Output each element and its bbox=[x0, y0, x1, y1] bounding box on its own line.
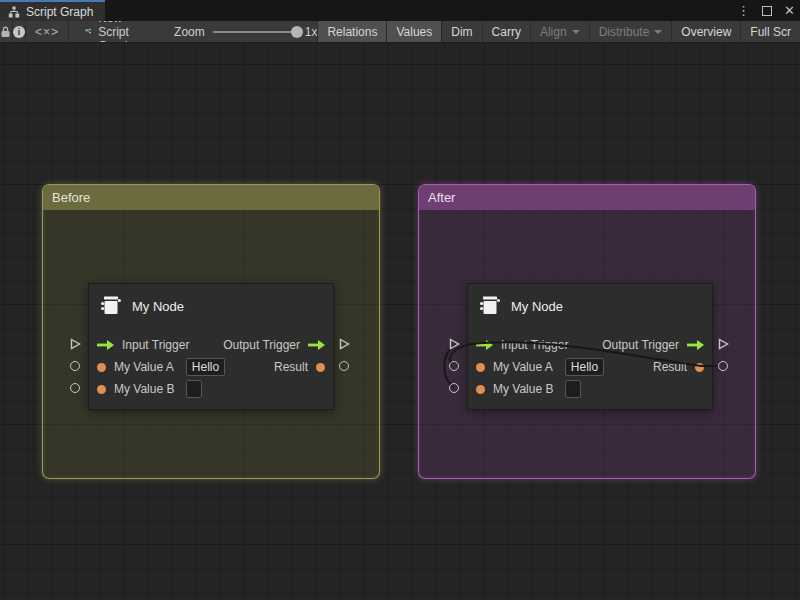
value-b-label: My Value B bbox=[493, 382, 553, 396]
flow-input-icon[interactable] bbox=[476, 340, 493, 350]
result-port-icon[interactable] bbox=[316, 363, 325, 372]
close-icon[interactable]: ✕ bbox=[784, 4, 795, 17]
chevron-down-icon bbox=[572, 30, 580, 34]
menu-icon[interactable]: ⋮ bbox=[737, 4, 750, 17]
group-after-label: After bbox=[428, 190, 455, 205]
ext-flow-input-port[interactable] bbox=[448, 338, 460, 350]
zoom-slider-handle[interactable] bbox=[291, 26, 303, 38]
input-trigger-label: Input Trigger bbox=[501, 338, 568, 352]
node-header[interactable]: My Node bbox=[468, 284, 712, 328]
graph-asset-icon bbox=[85, 25, 91, 38]
graph-title-area: New Script Graph bbox=[69, 21, 150, 42]
node-ports: Input Trigger Output Trigger My Value A … bbox=[89, 334, 333, 400]
tab-bar: Script Graph ⋮ ✕ bbox=[0, 0, 800, 21]
carry-toggle[interactable]: Carry bbox=[483, 21, 531, 42]
value-a-row: My Value A Hello Result bbox=[468, 356, 712, 378]
output-trigger-label: Output Trigger bbox=[223, 338, 300, 352]
trigger-row: Input Trigger Output Trigger bbox=[468, 334, 712, 356]
ext-value-b-port[interactable] bbox=[449, 383, 459, 393]
unit-node-icon bbox=[479, 294, 501, 318]
value-a-label: My Value A bbox=[114, 360, 174, 374]
graph-title: New Script Graph bbox=[98, 21, 140, 43]
zoom-label: Zoom bbox=[174, 25, 205, 39]
value-a-input[interactable]: Hello bbox=[565, 358, 604, 376]
ext-result-port[interactable] bbox=[339, 361, 349, 371]
value-a-label: My Value A bbox=[493, 360, 553, 374]
value-b-row: My Value B bbox=[468, 378, 712, 400]
node-ports: Input Trigger Output Trigger My Value A … bbox=[468, 334, 712, 400]
result-port-icon[interactable] bbox=[695, 363, 704, 372]
ext-flow-output-port[interactable] bbox=[338, 338, 350, 350]
zoom-value: 1x bbox=[305, 25, 318, 39]
node-header[interactable]: My Node bbox=[89, 284, 333, 328]
values-toggle[interactable]: Values bbox=[387, 21, 442, 42]
info-icon: i bbox=[13, 26, 25, 38]
node-title: My Node bbox=[511, 299, 563, 314]
value-port-icon[interactable] bbox=[476, 363, 485, 372]
chevron-down-icon bbox=[654, 30, 662, 34]
ext-value-a-port[interactable] bbox=[449, 361, 459, 371]
output-trigger-label: Output Trigger bbox=[602, 338, 679, 352]
value-port-icon[interactable] bbox=[97, 385, 106, 394]
relations-toggle[interactable]: Relations bbox=[317, 21, 387, 42]
group-before-label: Before bbox=[52, 190, 90, 205]
window-controls: ⋮ ✕ bbox=[737, 0, 795, 21]
code-preview-button[interactable]: <×> bbox=[26, 21, 69, 42]
lock-icon bbox=[0, 26, 11, 38]
group-before-header[interactable]: Before bbox=[43, 185, 379, 210]
value-port-icon[interactable] bbox=[476, 385, 485, 394]
carry-label: Carry bbox=[492, 25, 521, 39]
ext-flow-input-port[interactable] bbox=[69, 338, 81, 350]
group-after-header[interactable]: After bbox=[419, 185, 755, 210]
unit-node-icon bbox=[100, 294, 122, 318]
overview-label: Overview bbox=[681, 25, 731, 39]
dim-toggle[interactable]: Dim bbox=[442, 21, 482, 42]
values-label: Values bbox=[396, 25, 432, 39]
overview-button[interactable]: Overview bbox=[672, 21, 741, 42]
value-b-input[interactable] bbox=[565, 380, 581, 398]
distribute-dropdown[interactable]: Distribute bbox=[590, 21, 673, 42]
value-port-icon[interactable] bbox=[97, 363, 106, 372]
align-dropdown[interactable]: Align bbox=[531, 21, 590, 42]
node-my-node-after[interactable]: My Node Input Trigger Output Trigger bbox=[467, 283, 713, 410]
value-a-row: My Value A Hello Result bbox=[89, 356, 333, 378]
node-title: My Node bbox=[132, 299, 184, 314]
fullscreen-button[interactable]: Full Scr bbox=[741, 21, 800, 42]
ext-flow-output-port[interactable] bbox=[717, 338, 729, 350]
ext-value-b-port[interactable] bbox=[70, 383, 80, 393]
input-trigger-label: Input Trigger bbox=[122, 338, 189, 352]
graph-canvas[interactable]: Before After My Node bbox=[0, 43, 800, 600]
inspect-button[interactable]: i bbox=[13, 21, 26, 42]
value-b-row: My Value B bbox=[89, 378, 333, 400]
value-b-input[interactable] bbox=[186, 380, 202, 398]
code-icon: <×> bbox=[35, 25, 59, 39]
graph-toolbar: i <×> New Script Graph Zoom 1x Relations… bbox=[0, 21, 800, 43]
trigger-row: Input Trigger Output Trigger bbox=[89, 334, 333, 356]
distribute-label: Distribute bbox=[599, 25, 650, 39]
relations-label: Relations bbox=[327, 25, 377, 39]
ext-result-port[interactable] bbox=[718, 361, 728, 371]
value-a-input[interactable]: Hello bbox=[186, 358, 225, 376]
tab-label: Script Graph bbox=[26, 5, 93, 19]
value-b-label: My Value B bbox=[114, 382, 174, 396]
result-label: Result bbox=[653, 360, 687, 374]
zoom-control: Zoom 1x bbox=[150, 21, 317, 42]
node-my-node-before[interactable]: My Node Input Trigger Output Trigger bbox=[88, 283, 334, 410]
flow-output-icon[interactable] bbox=[308, 340, 325, 350]
dim-label: Dim bbox=[451, 25, 472, 39]
tab-script-graph[interactable]: Script Graph bbox=[0, 0, 105, 21]
lock-button[interactable] bbox=[0, 21, 13, 42]
zoom-slider[interactable] bbox=[213, 31, 297, 33]
flow-input-icon[interactable] bbox=[97, 340, 114, 350]
maximize-icon[interactable] bbox=[762, 6, 772, 16]
ext-value-a-port[interactable] bbox=[70, 361, 80, 371]
fullscreen-label: Full Scr bbox=[750, 25, 791, 39]
flow-output-icon[interactable] bbox=[687, 340, 704, 350]
align-label: Align bbox=[540, 25, 567, 39]
result-label: Result bbox=[274, 360, 308, 374]
script-graph-window: Script Graph ⋮ ✕ i <×> bbox=[0, 0, 800, 600]
script-graph-icon bbox=[8, 6, 20, 18]
